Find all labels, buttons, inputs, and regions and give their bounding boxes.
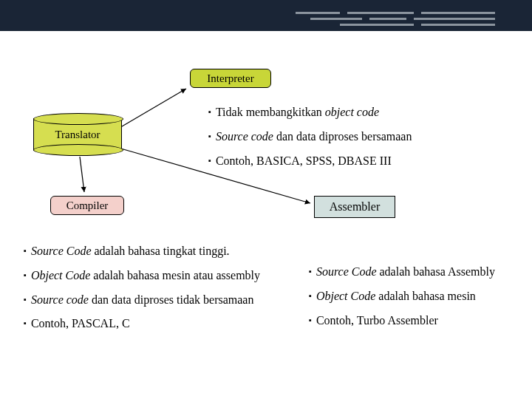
header-bar bbox=[0, 0, 532, 31]
translator-label: Translator bbox=[55, 129, 100, 141]
assembler-label: Assembler bbox=[330, 200, 380, 214]
interpreter-bullets: Tidak membangkitkan object codeSource co… bbox=[208, 105, 519, 177]
list-item: Source code dan data diproses tidak bers… bbox=[24, 293, 297, 308]
header-decoration bbox=[296, 12, 502, 31]
list-item: Source Code adalah bahasa Assembly bbox=[309, 265, 516, 280]
list-item: Contoh, BASICA, SPSS, DBASE III bbox=[208, 154, 519, 169]
svg-line-1 bbox=[80, 157, 84, 192]
list-item: Source Code adalah bahasa tingkat tinggi… bbox=[24, 244, 297, 259]
list-item: Contoh, PASCAL, C bbox=[24, 316, 297, 332]
list-item: Source code dan data diproses bersamaan bbox=[208, 129, 519, 145]
interpreter-label: Interpreter bbox=[207, 72, 253, 85]
compiler-bullets: Source Code adalah bahasa tingkat tinggi… bbox=[24, 244, 297, 341]
node-compiler: Compiler bbox=[50, 196, 124, 215]
list-item: Object Code adalah bahasa mesin atau ass… bbox=[24, 268, 297, 284]
node-translator: Translator bbox=[33, 118, 122, 151]
node-interpreter: Interpreter bbox=[190, 69, 271, 88]
svg-line-0 bbox=[118, 89, 186, 129]
compiler-label: Compiler bbox=[66, 200, 109, 212]
list-item: Tidak membangkitkan object code bbox=[208, 105, 519, 120]
assembler-bullets: Source Code adalah bahasa AssemblyObject… bbox=[309, 265, 516, 337]
node-assembler: Assembler bbox=[314, 196, 395, 218]
list-item: Object Code adalah bahasa mesin bbox=[309, 289, 516, 304]
list-item: Contoh, Turbo Assembler bbox=[309, 313, 516, 329]
